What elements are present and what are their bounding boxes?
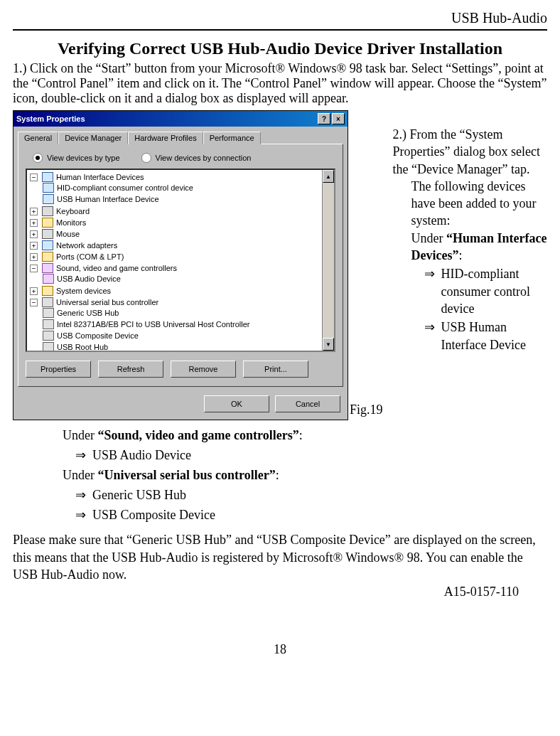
tree-mouse[interactable]: +Mouse [30,229,334,239]
keyboard-icon [42,206,53,216]
expand-icon[interactable]: + [30,219,38,227]
tab-strip: General Device Manager Hardware Profiles… [14,127,348,144]
colon: : [459,248,463,262]
expand-icon[interactable]: + [30,230,38,238]
step-1-num: 1.) [13,61,27,75]
system-properties-dialog: System Properties ? × General Device Man… [13,110,348,420]
monitor-icon [42,218,53,228]
device-icon [43,274,54,284]
radio-dot-icon [141,153,151,163]
list-item: HID-compliant consumer control device [424,265,547,317]
step-1-text: Click on the “Start” button from your Mi… [13,61,547,105]
tree-ports[interactable]: +Ports (COM & LPT) [30,252,334,262]
radio-by-type[interactable]: View devices by type [33,153,120,163]
usb-heading: “Universal serial bus controller” [97,468,275,482]
tree-keyboard[interactable]: +Keyboard [30,206,334,216]
figure-label: Fig.19 [350,402,383,417]
tree-item-label: Keyboard [56,207,90,215]
tab-panel: View devices by type View devices by con… [18,144,343,387]
tree-usb-child-1[interactable]: Intel 82371AB/EB PCI to USB Universal Ho… [43,319,334,329]
expand-icon[interactable]: + [30,242,38,250]
tree-item-label: Intel 82371AB/EB PCI to USB Universal Ho… [57,320,249,329]
step-2-num: 2.) [393,127,407,142]
tab-device-manager[interactable]: Device Manager [58,132,128,144]
tree-hid-child-0[interactable]: HID-compliant consumer control device [43,183,334,193]
tree-usb-child-0[interactable]: Generic USB Hub [43,308,334,318]
tree-item-label: Sound, video and game controllers [56,264,177,272]
expand-icon[interactable]: + [30,253,38,261]
help-button[interactable]: ? [318,113,330,124]
tree-item-label: HID-compliant consumer control device [57,183,193,192]
tree-usb-child-3[interactable]: USB Root Hub [43,342,334,352]
tree-item-label: USB Composite Device [57,331,139,340]
list-item: USB Audio Device [75,446,547,464]
expand-icon[interactable]: + [30,287,38,295]
header-product: USB Hub-Audio [13,10,547,26]
usb-icon [42,297,53,307]
device-icon [43,319,54,329]
dialog-title: System Properties [16,114,316,123]
step-2-intro: From the “System Properties” dialog box … [393,127,540,176]
step-2: 2.) From the “System Properties” dialog … [393,110,547,355]
close-button[interactable]: × [332,113,345,124]
radio-by-type-label: View devices by type [47,154,120,162]
print-button[interactable]: Print... [243,361,308,378]
network-icon [42,240,53,250]
tree-item-label: USB Audio Device [57,274,121,283]
header-rule [13,29,547,31]
tree-item-label: System devices [56,287,111,295]
tree-item-label: Monitors [56,218,86,227]
radio-by-connection-label: View devices by connection [156,154,252,162]
section-title: Verifying Correct USB Hub-Audio Device D… [13,39,547,58]
under-prefix: Under [63,428,97,442]
under-prefix: Under [411,231,446,245]
colon: : [276,468,279,482]
refresh-button[interactable]: Refresh [98,361,163,378]
properties-button[interactable]: Properties [26,361,91,378]
page-number: 18 [13,642,547,657]
tree-network[interactable]: +Network adapters [30,240,334,250]
tree-hid-child-1[interactable]: USB Human Interface Device [43,194,334,204]
collapse-icon[interactable]: − [30,174,38,181]
tree-usb[interactable]: −Universal serial bus controller [30,297,334,307]
list-item: USB Human Interface Device [424,319,547,353]
tree-item-label: Ports (COM & LPT) [56,252,124,261]
collapse-icon[interactable]: − [30,299,38,306]
expand-icon[interactable]: + [30,208,38,215]
tree-item-label: Universal serial bus controller [56,298,158,306]
tree-hid[interactable]: −Human Interface Devices [30,172,334,182]
under-prefix: Under [63,468,97,482]
tree-sysdev[interactable]: +System devices [30,286,334,296]
tree-hid-label: Human Interface Devices [56,173,144,181]
system-icon [42,286,53,296]
collapse-icon[interactable]: − [30,265,38,272]
tree-item-label: USB Human Interface Device [57,195,159,203]
device-icon [43,331,54,341]
closing-paragraph: Please make sure that “Generic USB Hub” … [13,531,547,583]
tree-item-label: Mouse [56,230,80,238]
hid-icon [42,172,53,182]
remove-button[interactable]: Remove [171,361,236,378]
ok-button[interactable]: OK [204,395,269,412]
colon: : [299,428,303,442]
continuation-block: Under “Sound, video and game controllers… [63,426,547,524]
step-2-line2: The following devices have been added to… [411,178,547,230]
radio-by-connection[interactable]: View devices by connection [141,153,252,163]
tab-performance[interactable]: Performance [203,132,261,144]
tab-hardware-profiles[interactable]: Hardware Profiles [128,132,203,144]
device-tree[interactable]: ▲ ▼ −Human Interface Devices HID-complia… [26,169,335,352]
device-icon [43,342,54,352]
tab-general[interactable]: General [18,132,58,144]
sound-heading: “Sound, video and game controllers” [97,428,298,442]
tree-item-label: Generic USB Hub [57,309,119,317]
titlebar: System Properties ? × [14,111,348,127]
list-item: Generic USB Hub [75,486,547,504]
list-item: USB Composite Device [75,506,547,524]
tree-usb-child-2[interactable]: USB Composite Device [43,331,334,341]
tree-sound[interactable]: −Sound, video and game controllers [30,263,334,273]
tree-monitors[interactable]: +Monitors [30,218,334,228]
step-1: 1.) Click on the “Start” button from you… [13,61,547,106]
tree-sound-child-0[interactable]: USB Audio Device [43,274,334,284]
device-icon [43,194,54,204]
cancel-button[interactable]: Cancel [275,395,340,412]
